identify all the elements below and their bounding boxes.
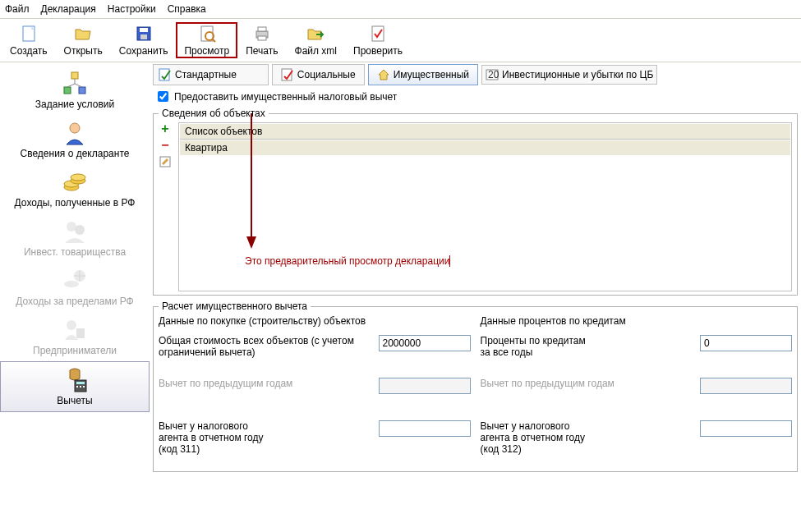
sidebar-deductions-label: Вычеты: [57, 395, 92, 406]
prev-deduction-left-label: Вычет по предыдущим годам: [159, 378, 379, 389]
tab-property[interactable]: Имущественный: [368, 64, 478, 85]
objects-list[interactable]: Список объектов Квартира Это предварител…: [178, 122, 792, 291]
svg-rect-16: [79, 87, 85, 94]
check-label: Проверить: [353, 45, 403, 57]
tab-invest-label: Инвестиционные и убытки по ЦБ: [502, 69, 653, 80]
tab-standard[interactable]: Стандартные: [153, 64, 269, 85]
folder-open-icon: [73, 24, 93, 44]
house-icon: [377, 68, 390, 81]
svg-point-29: [67, 320, 76, 330]
tab-standard-label: Стандартные: [175, 69, 237, 80]
sidebar: Задание условий Сведения о декларанте До…: [0, 62, 150, 529]
agent-right-label: Вычет у налогового агента в отчетном год…: [481, 420, 701, 455]
sidebar-invest-label: Инвест. товарищества: [24, 246, 126, 258]
preview-icon: [197, 24, 217, 44]
svg-rect-10: [258, 27, 266, 31]
sidebar-declarant-label: Сведения о декларанте: [21, 148, 130, 159]
save-label: Сохранить: [119, 45, 168, 57]
calendar-icon: 20..: [486, 68, 499, 81]
provide-deduction-checkbox[interactable]: [158, 91, 168, 102]
svg-rect-14: [71, 72, 78, 79]
annotation-text: Это предварительный просмотр декларации: [245, 255, 449, 267]
provide-deduction-row: Предоставить имущественный налоговый выч…: [154, 89, 798, 104]
svg-rect-11: [258, 36, 266, 40]
printer-icon: [252, 24, 272, 44]
credit-interest-label: Проценты по кредитам за все годы: [481, 335, 701, 358]
objects-fieldset: Сведения об объектах + − Список объектов…: [153, 108, 798, 296]
coins-icon: [62, 169, 88, 195]
tab-property-label: Имущественный: [394, 69, 469, 80]
xml-button[interactable]: Файл xml: [287, 22, 346, 58]
sidebar-item-income-rf[interactable]: Доходы, полученные в РФ: [0, 164, 150, 213]
standard-icon: [159, 68, 172, 81]
abroad-icon: [62, 268, 88, 294]
preview-button[interactable]: Просмотр: [176, 22, 237, 58]
calc-legend: Расчет имущественного вычета: [159, 300, 311, 312]
objects-list-row[interactable]: Квартира: [180, 140, 790, 155]
provide-deduction-label: Предоставить имущественный налоговый выч…: [174, 91, 397, 103]
svg-rect-13: [372, 26, 384, 41]
sidebar-item-deductions[interactable]: Вычеты: [0, 361, 150, 412]
save-button[interactable]: Сохранить: [111, 22, 177, 58]
deductions-icon: [62, 367, 88, 393]
sidebar-income-rf-label: Доходы, полученные в РФ: [15, 197, 136, 209]
svg-marker-38: [379, 70, 389, 80]
menu-declaration[interactable]: Декларация: [41, 3, 96, 15]
svg-rect-34: [80, 386, 81, 388]
sidebar-income-abroad-label: Доходы за пределами РФ: [16, 296, 133, 307]
total-cost-input[interactable]: [379, 335, 471, 351]
create-button[interactable]: Создать: [2, 22, 56, 58]
tab-invest[interactable]: 20.. Инвестиционные и убытки по ЦБ: [481, 65, 657, 85]
toolbar: Создать Открыть Сохранить Просмотр Печат…: [0, 19, 801, 62]
svg-rect-15: [64, 87, 71, 94]
calc-left-column: Данные по покупке (строительству) объект…: [159, 315, 471, 468]
check-icon: [368, 24, 388, 44]
check-button[interactable]: Проверить: [345, 22, 411, 58]
calc-fieldset: Расчет имущественного вычета Данные по п…: [153, 300, 798, 472]
sidebar-item-entrepreneurs: Предприниматели: [0, 312, 150, 361]
prev-deduction-right-input: [700, 378, 792, 394]
svg-line-19: [75, 84, 82, 87]
svg-point-26: [75, 225, 85, 235]
remove-object-button[interactable]: −: [159, 139, 172, 152]
edit-object-button[interactable]: [159, 155, 172, 168]
main-panel: Стандартные Социальные Имущественный 20.…: [150, 62, 801, 529]
tabbar: Стандартные Социальные Имущественный 20.…: [153, 64, 798, 85]
menu-file[interactable]: Файл: [5, 3, 30, 15]
menu-settings[interactable]: Настройки: [108, 3, 156, 15]
sidebar-entrepreneurs-label: Предприниматели: [33, 345, 117, 356]
menu-help[interactable]: Справка: [168, 3, 206, 15]
svg-rect-33: [76, 386, 78, 388]
calc-right-title: Данные процентов по кредитам: [481, 315, 793, 327]
tab-social[interactable]: Социальные: [272, 64, 365, 85]
social-icon: [281, 68, 294, 81]
xml-export-icon: [306, 24, 325, 44]
objlist-tools: + −: [159, 122, 175, 291]
agent-left-input[interactable]: [379, 420, 471, 437]
svg-rect-32: [76, 382, 85, 384]
add-object-button[interactable]: +: [159, 122, 172, 135]
create-label: Создать: [10, 45, 48, 57]
open-button[interactable]: Открыть: [56, 22, 111, 58]
total-cost-label: Общая стоимость всех объектов (с учетом …: [159, 335, 379, 358]
menubar: Файл Декларация Настройки Справка: [0, 0, 801, 19]
credit-interest-input[interactable]: [700, 335, 792, 351]
sidebar-item-declarant[interactable]: Сведения о декларанте: [0, 115, 150, 164]
svg-rect-4: [140, 28, 148, 32]
sidebar-item-income-abroad: Доходы за пределами РФ: [0, 263, 150, 312]
invest-icon: [62, 218, 88, 245]
calc-left-title: Данные по покупке (строительству) объект…: [159, 315, 471, 327]
print-button[interactable]: Печать: [237, 22, 286, 58]
calc-right-column: Данные процентов по кредитам Проценты по…: [481, 315, 793, 468]
new-file-icon: [19, 24, 39, 44]
open-label: Открыть: [64, 45, 103, 57]
agent-right-input[interactable]: [700, 420, 792, 437]
agent-left-label: Вычет у налогового агента в отчетном год…: [159, 420, 379, 455]
sidebar-item-conditions[interactable]: Задание условий: [0, 66, 150, 115]
sidebar-conditions-label: Задание условий: [35, 99, 114, 110]
svg-marker-2: [76, 30, 90, 39]
sidebar-item-invest: Инвест. товарищества: [0, 213, 150, 263]
svg-rect-5: [140, 34, 147, 39]
person-icon: [62, 120, 88, 146]
svg-line-18: [67, 84, 75, 87]
